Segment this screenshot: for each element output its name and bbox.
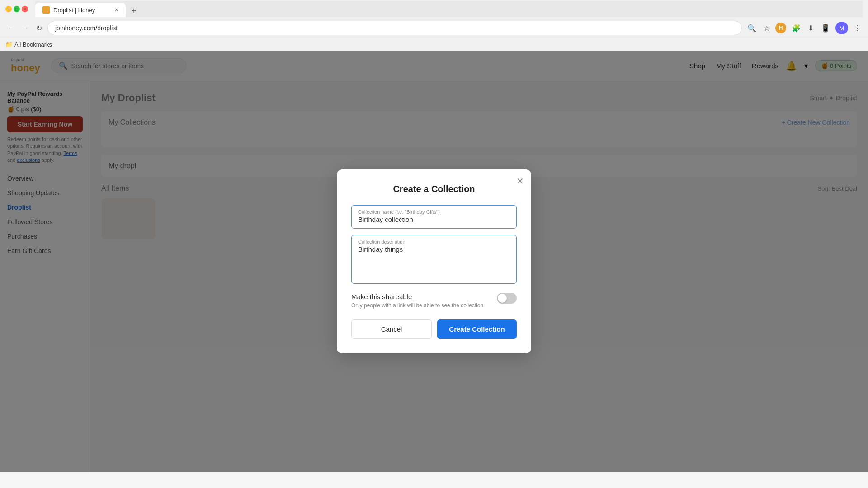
name-field-label: Collection name (i.e. "Birthday Gifts") <box>358 209 510 215</box>
url-text: joinhoney.com/droplist <box>55 24 118 32</box>
back-button[interactable]: ← <box>5 22 16 34</box>
browser-tab[interactable]: Droplist | Honey ✕ <box>35 3 126 17</box>
bookmarks-label[interactable]: All Bookmarks <box>14 41 52 48</box>
collection-name-input[interactable] <box>358 216 510 223</box>
maximize-button[interactable]: □ <box>14 6 20 12</box>
reload-button[interactable]: ↻ <box>34 22 44 34</box>
description-field-label: Collection description <box>358 239 510 244</box>
collection-name-field: Collection name (i.e. "Birthday Gifts") <box>351 205 517 229</box>
modal-actions: Cancel Create Collection <box>351 319 517 339</box>
close-window-button[interactable]: × <box>22 6 28 12</box>
download-icon[interactable]: ⬇ <box>806 22 816 34</box>
new-tab-button[interactable]: + <box>127 5 140 17</box>
create-collection-button[interactable]: Create Collection <box>437 319 517 339</box>
modal-overlay: ✕ Create a Collection Collection name (i… <box>0 51 868 472</box>
modal-close-button[interactable]: ✕ <box>516 177 524 186</box>
create-collection-modal: ✕ Create a Collection Collection name (i… <box>337 169 531 353</box>
cancel-button[interactable]: Cancel <box>351 319 432 339</box>
minimize-button[interactable]: − <box>5 6 12 12</box>
window-controls: − □ × <box>5 6 28 12</box>
tab-title: Droplist | Honey <box>53 7 95 14</box>
devices-icon[interactable]: 📱 <box>819 22 832 34</box>
shareable-row: Make this shareable Only people with a l… <box>351 293 517 309</box>
page-content: PayPal honey 🔍 Shop My Stuff Rewards 🔔 ▾… <box>0 51 868 472</box>
collection-description-field: Collection description Birthday things <box>351 235 517 284</box>
extensions-icon[interactable]: 🧩 <box>790 22 802 34</box>
shareable-label-group: Make this shareable Only people with a l… <box>351 293 485 309</box>
shareable-label: Make this shareable <box>351 293 485 300</box>
toggle-knob <box>498 294 507 303</box>
collection-description-input[interactable]: Birthday things <box>358 245 510 277</box>
shareable-toggle[interactable] <box>497 293 517 304</box>
address-bar[interactable]: joinhoney.com/droplist <box>47 21 742 35</box>
bookmarks-folder-icon: 📁 <box>5 41 13 48</box>
browser-chrome: − □ × Droplist | Honey ✕ + ← → ↻ joinhon… <box>0 0 868 51</box>
shareable-sublabel: Only people with a link will be able to … <box>351 302 485 309</box>
bookmark-star-icon[interactable]: ☆ <box>762 22 772 34</box>
menu-icon[interactable]: ⋮ <box>852 22 863 34</box>
modal-title: Create a Collection <box>351 184 517 194</box>
tab-close-button[interactable]: ✕ <box>114 7 118 13</box>
tab-favicon <box>42 6 50 14</box>
honey-extension-icon[interactable]: H <box>775 23 786 33</box>
profile-icon[interactable]: M <box>835 22 848 34</box>
search-icon[interactable]: 🔍 <box>745 22 758 34</box>
nav-actions: 🔍 ☆ H 🧩 ⬇ 📱 M ⋮ <box>745 22 863 34</box>
forward-button[interactable]: → <box>20 22 31 34</box>
